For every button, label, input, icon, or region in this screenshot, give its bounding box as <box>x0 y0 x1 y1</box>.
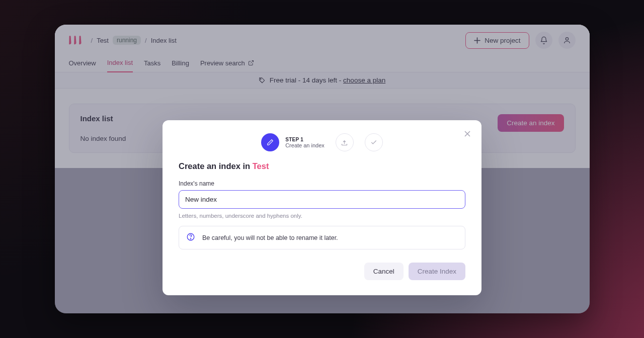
modal-title: Create an index in Test <box>179 161 465 171</box>
step-1-circle <box>261 133 279 151</box>
step-2-circle <box>336 133 354 151</box>
svg-point-3 <box>190 238 191 239</box>
pencil-icon <box>267 139 274 146</box>
step-3-circle <box>365 133 383 151</box>
step-label: STEP 1 <box>285 137 325 142</box>
check-icon <box>370 139 377 146</box>
rename-warning: Be careful, you will not be able to rena… <box>179 226 465 249</box>
warning-text: Be careful, you will not be able to rena… <box>202 234 338 241</box>
modal-title-project: Test <box>253 161 269 171</box>
step-sub: Create an index <box>285 142 325 148</box>
create-index-modal: STEP 1 Create an index Create an index i… <box>163 120 481 295</box>
upload-icon <box>341 139 348 146</box>
close-icon[interactable] <box>464 130 470 138</box>
stepper: STEP 1 Create an index <box>179 133 465 151</box>
help-icon <box>186 232 195 243</box>
index-name-input[interactable] <box>179 190 465 209</box>
index-name-hint: Letters, numbers, underscore and hyphens… <box>179 213 465 219</box>
cancel-button[interactable]: Cancel <box>364 263 404 280</box>
index-name-label: Index's name <box>179 180 465 187</box>
create-index-submit-button[interactable]: Create Index <box>409 263 465 280</box>
